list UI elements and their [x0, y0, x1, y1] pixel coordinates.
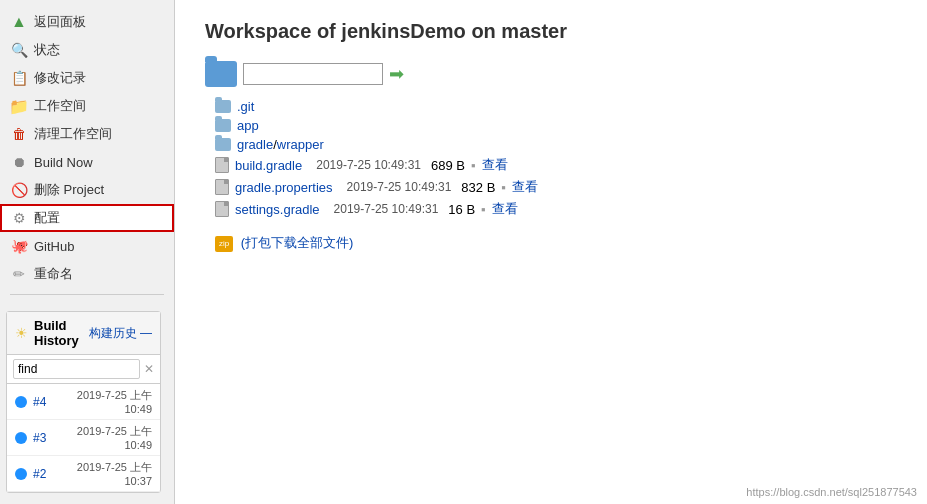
- build-icon: ⏺: [10, 153, 28, 171]
- bh-item-2[interactable]: #2 2019-7-25 上午10:37: [7, 456, 160, 492]
- file-date-gradle-props: 2019-7-25 10:49:31: [347, 180, 452, 194]
- sidebar-label-back: 返回面板: [34, 13, 86, 31]
- sun-icon: ☀: [15, 325, 28, 341]
- page-title: Workspace of jenkinsDemo on master: [205, 20, 897, 43]
- file-link-gradle[interactable]: gradle: [237, 137, 273, 152]
- separator-3: ▪: [481, 202, 486, 217]
- bh-item-4[interactable]: #4 2019-7-25 上午10:49: [7, 384, 160, 420]
- main-content: Workspace of jenkinsDemo on master ➡ .gi…: [175, 0, 927, 504]
- search-icon: 🔍: [10, 41, 28, 59]
- view-link-gradle-props[interactable]: 查看: [512, 178, 538, 196]
- bh-item-3[interactable]: #3 2019-7-25 上午10:49: [7, 420, 160, 456]
- file-row-gradle: gradle/wrapper: [215, 135, 897, 154]
- sidebar-label-status: 状态: [34, 41, 60, 59]
- file-row-gradle-props: gradle.properties 2019-7-25 10:49:31 832…: [215, 176, 897, 198]
- bh-search-row: ✕: [7, 355, 160, 384]
- build-history-panel: ☀ Build History 构建历史 — ✕ #4 2019-7-25 上午…: [6, 311, 161, 493]
- bh-search-input[interactable]: [13, 359, 140, 379]
- file-row-settings-gradle: settings.gradle 2019-7-25 10:49:31 16 B …: [215, 198, 897, 220]
- bh-num-3[interactable]: #3: [33, 431, 46, 445]
- file-size-gradle-props: 832 B: [461, 180, 495, 195]
- navigate-button[interactable]: ➡: [389, 63, 404, 85]
- bh-date-4: 2019-7-25 上午10:49: [52, 388, 152, 415]
- file-browser: ➡ .git app gradle/wrapper: [205, 61, 897, 252]
- folder-icon-git: [215, 100, 231, 113]
- path-input[interactable]: [243, 63, 383, 85]
- file-row-git: .git: [215, 97, 897, 116]
- sidebar-label-build-now: Build Now: [34, 155, 93, 170]
- file-icon-settings-gradle: [215, 201, 229, 217]
- file-link-settings-gradle[interactable]: settings.gradle: [235, 202, 320, 217]
- sidebar-label-rename: 重命名: [34, 265, 73, 283]
- separator-1: ▪: [471, 158, 476, 173]
- file-size-settings-gradle: 16 B: [448, 202, 475, 217]
- sidebar-divider: [10, 294, 164, 295]
- sidebar-item-history[interactable]: 📋 修改记录: [0, 64, 174, 92]
- status-blue-icon: [15, 396, 27, 408]
- gear-icon: ⚙: [10, 209, 28, 227]
- file-row-build-gradle: build.gradle 2019-7-25 10:49:31 689 B ▪ …: [215, 154, 897, 176]
- history-icon: 📋: [10, 69, 28, 87]
- rename-icon: ✏: [10, 265, 28, 283]
- sidebar-item-build-now[interactable]: ⏺ Build Now: [0, 148, 174, 176]
- sidebar-label-history: 修改记录: [34, 69, 86, 87]
- file-link-app[interactable]: app: [237, 118, 259, 133]
- folder-icon-gradle: [215, 138, 231, 151]
- separator-2: ▪: [501, 180, 506, 195]
- file-link-git[interactable]: .git: [237, 99, 254, 114]
- bh-date-3: 2019-7-25 上午10:49: [52, 424, 152, 451]
- sidebar-item-delete[interactable]: 🚫 删除 Project: [0, 176, 174, 204]
- file-link-build-gradle[interactable]: build.gradle: [235, 158, 302, 173]
- sidebar-item-workspace[interactable]: 📁 工作空间: [0, 92, 174, 120]
- sidebar-item-configure[interactable]: ⚙ 配置: [0, 204, 174, 232]
- file-link-wrapper[interactable]: wrapper: [277, 137, 324, 152]
- zip-icon: zip: [215, 236, 233, 252]
- file-browser-top: ➡: [205, 61, 897, 87]
- folder-icon-app: [215, 119, 231, 132]
- download-row: zip (打包下载全部文件): [215, 234, 897, 252]
- bh-clear-button[interactable]: ✕: [144, 362, 154, 376]
- file-list: .git app gradle/wrapper build.gradle 201…: [215, 97, 897, 220]
- sidebar-label-workspace: 工作空间: [34, 97, 86, 115]
- sidebar: ▲ 返回面板 🔍 状态 📋 修改记录 📁 工作空间 🗑 清理工作空间 ⏺ Bui…: [0, 0, 175, 504]
- file-date-settings-gradle: 2019-7-25 10:49:31: [334, 202, 439, 216]
- file-label-gradle: gradle/wrapper: [237, 137, 324, 152]
- sidebar-item-clean[interactable]: 🗑 清理工作空间: [0, 120, 174, 148]
- sidebar-label-github: GitHub: [34, 239, 74, 254]
- up-arrow-icon: ▲: [10, 13, 28, 31]
- sidebar-item-github[interactable]: 🐙 GitHub: [0, 232, 174, 260]
- bh-num-4[interactable]: #4: [33, 395, 46, 409]
- file-size-build-gradle: 689 B: [431, 158, 465, 173]
- sidebar-label-clean: 清理工作空间: [34, 125, 112, 143]
- bh-link[interactable]: 构建历史 —: [89, 325, 152, 342]
- clean-icon: 🗑: [10, 125, 28, 143]
- sidebar-item-rename[interactable]: ✏ 重命名: [0, 260, 174, 288]
- bh-dash: —: [140, 326, 152, 340]
- bh-num-2[interactable]: #2: [33, 467, 46, 481]
- delete-icon: 🚫: [10, 181, 28, 199]
- view-link-build-gradle[interactable]: 查看: [482, 156, 508, 174]
- file-date-build-gradle: 2019-7-25 10:49:31: [316, 158, 421, 172]
- folder-icon: 📁: [10, 97, 28, 115]
- bh-title: Build History: [34, 318, 83, 348]
- status-blue-icon-2: [15, 468, 27, 480]
- sidebar-item-back[interactable]: ▲ 返回面板: [0, 8, 174, 36]
- file-link-gradle-props[interactable]: gradle.properties: [235, 180, 333, 195]
- watermark: https://blog.csdn.net/sql251877543: [746, 486, 917, 498]
- sidebar-label-delete: 删除 Project: [34, 181, 104, 199]
- sidebar-item-status[interactable]: 🔍 状态: [0, 36, 174, 64]
- folder-large-icon: [205, 61, 237, 87]
- file-icon-build-gradle: [215, 157, 229, 173]
- bh-link-label: 构建历史: [89, 326, 137, 340]
- sidebar-label-configure: 配置: [34, 209, 60, 227]
- bh-header: ☀ Build History 构建历史 —: [7, 312, 160, 355]
- view-link-settings-gradle[interactable]: 查看: [492, 200, 518, 218]
- file-row-app: app: [215, 116, 897, 135]
- bh-date-2: 2019-7-25 上午10:37: [52, 460, 152, 487]
- file-icon-gradle-props: [215, 179, 229, 195]
- status-blue-icon-3: [15, 432, 27, 444]
- github-icon: 🐙: [10, 237, 28, 255]
- download-all-link[interactable]: (打包下载全部文件): [241, 235, 354, 250]
